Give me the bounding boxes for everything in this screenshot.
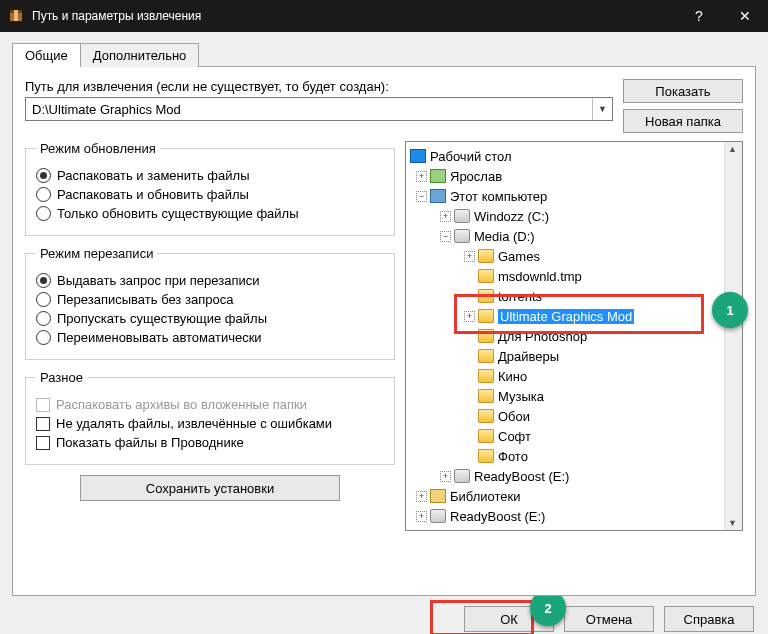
group-update-mode: Режим обновления Распаковать и заменить … — [25, 141, 395, 236]
expand-icon[interactable]: + — [416, 511, 427, 522]
cancel-button[interactable]: Отмена — [564, 606, 654, 632]
group-misc: Разное Распаковать архивы во вложенные п… — [25, 370, 395, 465]
desktop-icon — [410, 149, 426, 163]
tree-drive-e2[interactable]: ReadyBoost (E:) — [450, 509, 545, 524]
expand-icon[interactable]: + — [440, 471, 451, 482]
folder-icon — [478, 429, 494, 443]
pc-icon — [430, 189, 446, 203]
svg-rect-2 — [14, 10, 18, 21]
folder-icon — [478, 249, 494, 263]
tree-msdownld[interactable]: msdownld.tmp — [498, 269, 582, 284]
folder-icon — [478, 309, 494, 323]
tree-drivers[interactable]: Драйверы — [498, 349, 559, 364]
ok-button[interactable]: ОК — [464, 606, 554, 632]
path-combo[interactable]: ▼ — [25, 97, 613, 121]
help-icon[interactable]: ? — [676, 0, 722, 32]
folder-icon — [478, 349, 494, 363]
tree-games[interactable]: Games — [498, 249, 540, 264]
tree-kino[interactable]: Кино — [498, 369, 527, 384]
expand-icon[interactable]: + — [440, 211, 451, 222]
show-button[interactable]: Показать — [623, 79, 743, 103]
folder-icon — [478, 389, 494, 403]
folder-icon — [478, 269, 494, 283]
tree-photo[interactable]: Фото — [498, 449, 528, 464]
dialog-footer: 2 ОК Отмена Справка — [0, 596, 768, 634]
drive-icon — [454, 209, 470, 223]
path-input[interactable] — [26, 98, 592, 120]
expand-icon[interactable]: + — [464, 311, 475, 322]
collapse-icon[interactable]: − — [416, 191, 427, 202]
tree-torrents[interactable]: torrents — [498, 289, 542, 304]
new-folder-button[interactable]: Новая папка — [623, 109, 743, 133]
tree-libraries[interactable]: Библиотеки — [450, 489, 520, 504]
radio-no-ask[interactable]: Перезаписывать без запроса — [36, 292, 384, 307]
folder-icon — [478, 449, 494, 463]
tree-music[interactable]: Музыка — [498, 389, 544, 404]
radio-rename[interactable]: Переименовывать автоматически — [36, 330, 384, 345]
folder-icon — [478, 409, 494, 423]
expand-icon[interactable]: + — [464, 251, 475, 262]
chevron-down-icon[interactable]: ▼ — [592, 98, 612, 120]
folder-icon — [478, 329, 494, 343]
tab-advanced[interactable]: Дополнительно — [80, 43, 200, 67]
folder-icon — [478, 369, 494, 383]
expand-icon[interactable]: + — [416, 491, 427, 502]
check-keep-broken[interactable]: Не удалять файлы, извлечённые с ошибками — [36, 416, 384, 431]
drive-icon — [454, 469, 470, 483]
tree-drive-c[interactable]: Windozz (C:) — [474, 209, 549, 224]
tab-advanced-label: Дополнительно — [93, 48, 187, 63]
tree-wallpaper[interactable]: Обои — [498, 409, 530, 424]
scrollbar[interactable] — [724, 142, 742, 530]
library-icon — [430, 489, 446, 503]
tree-desktop[interactable]: Рабочий стол — [430, 149, 512, 164]
tree-drive-d[interactable]: Media (D:) — [474, 229, 535, 244]
check-show-explorer[interactable]: Показать файлы в Проводнике — [36, 435, 384, 450]
user-icon — [430, 169, 446, 183]
radio-ask[interactable]: Выдавать запрос при перезаписи — [36, 273, 384, 288]
tab-general-label: Общие — [25, 48, 68, 63]
radio-skip[interactable]: Пропускать существующие файлы — [36, 311, 384, 326]
window-title: Путь и параметры извлечения — [32, 9, 676, 23]
tree-photoshop[interactable]: Для Photoshop — [498, 329, 587, 344]
group-update-legend: Режим обновления — [36, 141, 160, 156]
expand-icon[interactable]: + — [416, 171, 427, 182]
tree-user[interactable]: Ярослав — [450, 169, 502, 184]
folder-icon — [478, 289, 494, 303]
titlebar: Путь и параметры извлечения ? ✕ — [0, 0, 768, 32]
winrar-icon — [8, 8, 24, 24]
group-misc-legend: Разное — [36, 370, 87, 385]
tree-drive-e[interactable]: ReadyBoost (E:) — [474, 469, 569, 484]
save-settings-button[interactable]: Сохранить установки — [80, 475, 340, 501]
radio-extract-replace[interactable]: Распаковать и заменить файлы — [36, 168, 384, 183]
path-label: Путь для извлечения (если не существует,… — [25, 79, 613, 94]
drive-icon — [430, 509, 446, 523]
group-overwrite-mode: Режим перезаписи Выдавать запрос при пер… — [25, 246, 395, 360]
radio-extract-update[interactable]: Распаковать и обновить файлы — [36, 187, 384, 202]
radio-update-only[interactable]: Только обновить существующие файлы — [36, 206, 384, 221]
close-icon[interactable]: ✕ — [722, 0, 768, 32]
group-overwrite-legend: Режим перезаписи — [36, 246, 157, 261]
help-button[interactable]: Справка — [664, 606, 754, 632]
drive-icon — [454, 229, 470, 243]
folder-tree[interactable]: Рабочий стол +Ярослав −Этот компьютер +W… — [405, 141, 743, 531]
tree-pc[interactable]: Этот компьютер — [450, 189, 547, 204]
check-nested: Распаковать архивы во вложенные папки — [36, 397, 384, 412]
tree-ultimate-graphics-mod[interactable]: Ultimate Graphics Mod — [498, 309, 634, 324]
tab-general[interactable]: Общие — [12, 43, 81, 67]
collapse-icon[interactable]: − — [440, 231, 451, 242]
tree-soft[interactable]: Софт — [498, 429, 531, 444]
